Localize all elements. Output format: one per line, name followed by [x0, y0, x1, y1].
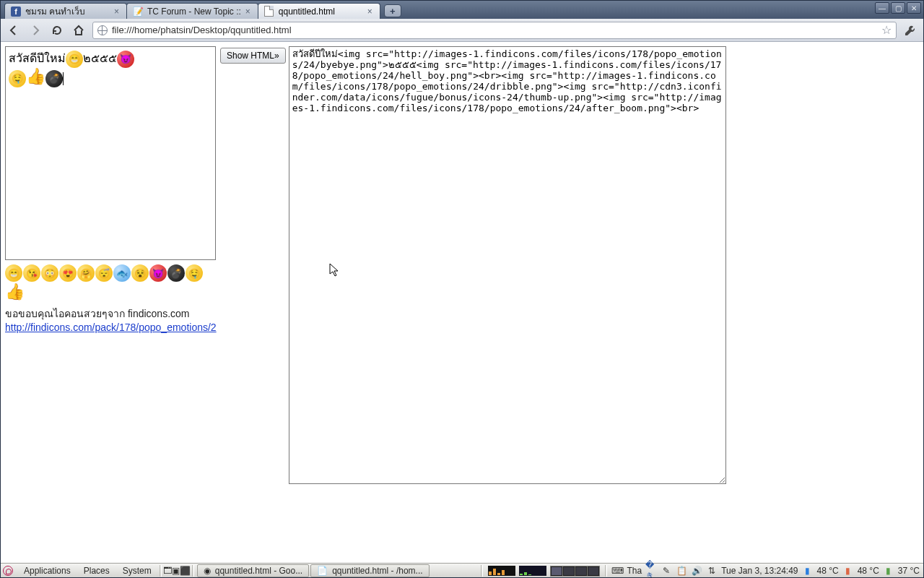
browser-tab-bar: f ชมรม คนทำเว็บ × 📝 TC Forum - New Topic…	[0, 0, 924, 19]
pen-icon[interactable]: ✎	[661, 565, 672, 577]
close-window-button[interactable]: ✕	[907, 2, 921, 14]
chrome-icon: ◉	[204, 566, 211, 576]
debian-logo-icon[interactable]	[3, 566, 13, 576]
panel-separator	[605, 565, 607, 577]
site-icon: 📝	[133, 7, 143, 17]
thumb-up-icon: 👍	[26, 68, 45, 85]
temp-sensor-icon: ▮	[802, 565, 814, 577]
emoji-button[interactable]: 😵	[131, 264, 149, 282]
emoji-palette: 😁 😘 😳 😍 🤗 😴 🐟 😵 😈 💣 🤤 👍	[5, 264, 216, 301]
html-output-textarea[interactable]	[289, 46, 726, 484]
tab-title: qquntitled.html	[279, 7, 363, 17]
gedit-icon: 📄	[317, 566, 328, 576]
show-html-button[interactable]: Show HTML»	[220, 48, 286, 64]
taskbar-button[interactable]: ◉ qquntitled.html - Goo...	[197, 564, 309, 577]
rich-text-editor[interactable]: สวัสดีปีใหม่😁๒๕๕๕😈 🤤👍💣	[5, 46, 216, 260]
globe-icon	[97, 25, 108, 35]
dribble-emoji-icon: 🤤	[9, 70, 26, 87]
credits-text: ขอขอบคุณไอคอนสวยๆจาก findicons.com	[5, 308, 189, 319]
temp-sensor-icon: ▮	[883, 565, 894, 577]
new-tab-button[interactable]: +	[384, 4, 401, 17]
browser-tab[interactable]: qquntitled.html ×	[258, 3, 380, 19]
panel-separator	[192, 565, 194, 577]
wrench-menu-button[interactable]	[902, 22, 918, 38]
task-title: qquntitled.html - /hom...	[332, 566, 422, 576]
close-icon[interactable]: ×	[245, 7, 250, 17]
home-button[interactable]	[71, 22, 87, 38]
emoji-button[interactable]: 😳	[41, 264, 58, 282]
bookmark-star-icon[interactable]: ☆	[881, 23, 892, 37]
show-desktop-icon[interactable]: 🗔	[163, 566, 172, 576]
clipboard-icon[interactable]: 📋	[676, 565, 687, 577]
emoji-button[interactable]: 😍	[59, 264, 77, 282]
text-caret	[63, 72, 64, 85]
taskbar-button[interactable]: 📄 qquntitled.html - /hom...	[310, 564, 429, 577]
afterboom-emoji-icon: 💣	[45, 70, 63, 87]
emoji-button[interactable]: 😴	[95, 264, 113, 282]
temp-reading: 37 °C	[898, 566, 920, 576]
forward-button[interactable]	[27, 22, 43, 38]
emoji-button[interactable]: 🐟	[113, 264, 131, 282]
desktop-panel: Applications Places System 🗔 ▣ ⬛ ◉ qqunt…	[0, 563, 924, 578]
panel-separator	[481, 565, 483, 577]
network-monitor-icon[interactable]	[488, 566, 515, 576]
cpu-monitor-icon[interactable]	[519, 566, 546, 576]
facebook-icon: f	[11, 7, 21, 17]
workspace-switcher[interactable]	[550, 566, 600, 577]
temp-reading: 48 °C	[817, 566, 839, 576]
ime-label[interactable]: Tha	[627, 566, 642, 576]
task-title: qquntitled.html - Goo...	[215, 566, 302, 576]
emoji-button[interactable]: 🤗	[77, 264, 95, 282]
emoji-button[interactable]: 🤤	[186, 264, 203, 282]
reload-button[interactable]	[49, 22, 65, 38]
back-button[interactable]	[6, 22, 22, 38]
places-menu[interactable]: Places	[77, 564, 116, 578]
emoji-button[interactable]: 👍	[5, 282, 25, 301]
hellboy-emoji-icon: 😈	[117, 51, 134, 68]
keyboard-layout-indicator[interactable]: ⌨	[612, 565, 624, 577]
volume-icon[interactable]: 🔊	[691, 565, 702, 577]
system-menu[interactable]: System	[116, 564, 158, 578]
url-text: file:///home/phatsin/Desktop/qquntitled.…	[112, 25, 877, 35]
browser-tab[interactable]: 📝 TC Forum - New Topic :: ×	[126, 3, 258, 19]
emoji-button[interactable]: 😁	[5, 264, 22, 282]
close-icon[interactable]: ×	[114, 7, 119, 17]
emoji-button[interactable]: 😘	[23, 264, 40, 282]
editor-text: ๒๕๕๕	[83, 52, 117, 64]
credits-block: ขอขอบคุณไอคอนสวยๆจาก findicons.com http:…	[5, 306, 216, 333]
close-icon[interactable]: ×	[367, 7, 372, 17]
browser-toolbar: file:///home/phatsin/Desktop/qquntitled.…	[0, 19, 924, 42]
panel-clock[interactable]: Tue Jan 3, 13:24:49	[721, 566, 798, 576]
minimize-button[interactable]: —	[875, 2, 889, 14]
maximize-button[interactable]: ▢	[891, 2, 905, 14]
applications-menu[interactable]: Applications	[17, 564, 77, 578]
tab-title: ชมรม คนทำเว็บ	[25, 4, 110, 18]
terminal-launcher-icon[interactable]: ▣	[172, 566, 180, 576]
credits-link[interactable]: http://findicons.com/pack/178/popo_emoti…	[5, 322, 217, 333]
bluetooth-icon[interactable]: �き	[645, 565, 657, 577]
file-icon	[264, 7, 274, 17]
address-bar[interactable]: file:///home/phatsin/Desktop/qquntitled.…	[92, 22, 897, 39]
panel-separator	[160, 565, 162, 577]
network-icon[interactable]: ⇅	[706, 565, 718, 577]
temp-reading: 48 °C	[858, 566, 879, 576]
browser-tab[interactable]: f ชมรม คนทำเว็บ ×	[4, 3, 127, 19]
editor-text: สวัสดีปีใหม่	[9, 52, 66, 64]
emoji-button[interactable]: 💣	[167, 264, 185, 282]
emoji-button[interactable]: 😈	[149, 264, 167, 282]
byebye-emoji-icon: 😁	[66, 51, 83, 68]
temp-sensor-icon: ▮	[842, 565, 854, 577]
app-launcher-icon[interactable]: ⬛	[180, 566, 191, 576]
tab-title: TC Forum - New Topic ::	[147, 7, 241, 17]
